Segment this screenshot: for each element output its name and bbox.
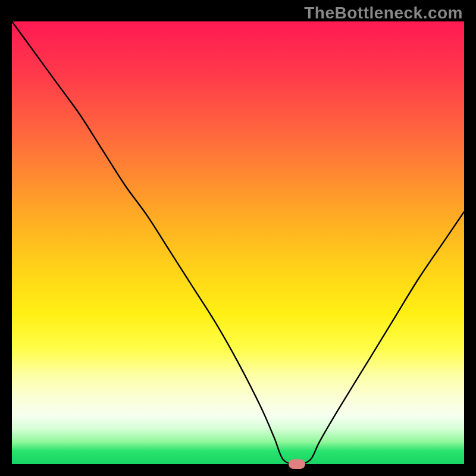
plot-area <box>12 21 464 464</box>
watermark-text: TheBottleneck.com <box>304 4 463 23</box>
curve-svg <box>12 21 464 464</box>
bottleneck-curve-path <box>12 21 464 464</box>
optimal-marker <box>289 459 305 469</box>
chart-frame: TheBottleneck.com <box>0 0 476 476</box>
